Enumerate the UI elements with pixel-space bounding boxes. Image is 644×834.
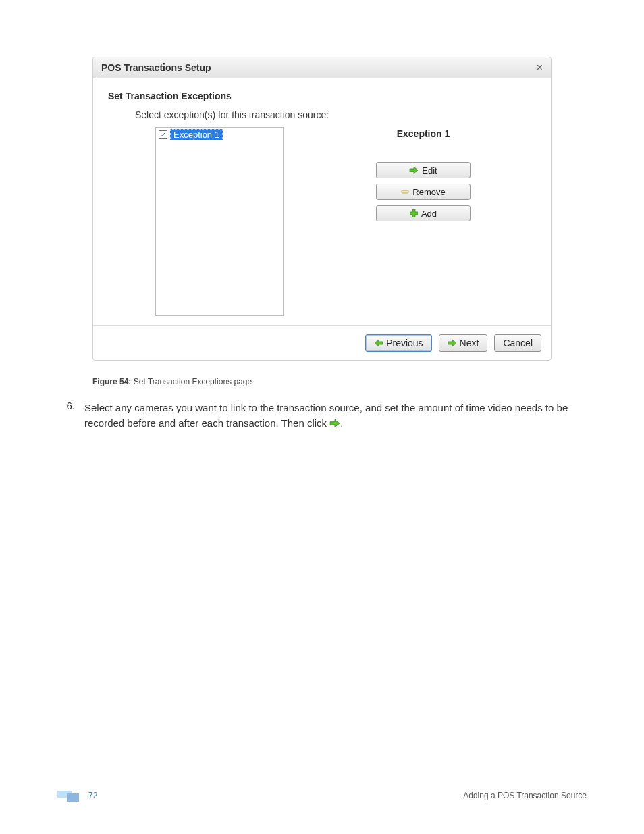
add-button-label: Add: [421, 209, 437, 219]
remove-icon: [401, 188, 409, 195]
previous-button-label: Previous: [386, 338, 423, 348]
list-item-label: Exception 1: [170, 129, 223, 140]
figure-label: Figure 54:: [92, 377, 131, 386]
footer-section-title: Adding a POS Transaction Source: [463, 791, 587, 800]
pos-transactions-setup-dialog: POS Transactions Setup × Set Transaction…: [92, 57, 552, 361]
page-number: 72: [88, 791, 97, 800]
page-footer: 72 Adding a POS Transaction Source: [57, 789, 587, 802]
selected-exception-name: Exception 1: [311, 128, 536, 139]
next-button[interactable]: Next: [439, 334, 488, 352]
arrow-left-icon: [374, 339, 383, 347]
step-number: 6.: [57, 400, 75, 432]
cancel-button-label: Cancel: [503, 338, 533, 348]
arrow-right-icon: [409, 166, 419, 174]
figure-text: Set Transaction Exceptions page: [134, 377, 252, 386]
dialog-footer: Previous Next Cancel: [93, 325, 551, 360]
dialog-titlebar: POS Transactions Setup ×: [93, 57, 551, 78]
cancel-button[interactable]: Cancel: [494, 334, 541, 352]
checkbox-icon[interactable]: ✓: [159, 130, 167, 139]
plus-icon: [410, 209, 418, 217]
remove-button-label: Remove: [412, 187, 445, 197]
edit-button[interactable]: Edit: [376, 162, 471, 178]
section-heading: Set Transaction Exceptions: [108, 90, 536, 101]
svg-rect-0: [402, 190, 408, 193]
add-button[interactable]: Add: [376, 205, 471, 221]
arrow-right-icon: [329, 419, 340, 428]
instruction-text: Select exception(s) for this transaction…: [135, 109, 536, 120]
step-text-a: Select any cameras you want to link to t…: [84, 402, 568, 429]
step-item: 6. Select any cameras you want to link t…: [57, 400, 587, 432]
list-item[interactable]: ✓ Exception 1: [156, 128, 283, 142]
arrow-right-icon: [448, 339, 457, 347]
footer-logo-icon: [57, 789, 83, 802]
dialog-title: POS Transactions Setup: [101, 62, 211, 73]
remove-button[interactable]: Remove: [376, 184, 471, 200]
exceptions-listbox[interactable]: ✓ Exception 1: [155, 127, 284, 316]
step-text-b: .: [340, 417, 343, 429]
previous-button[interactable]: Previous: [365, 334, 431, 352]
details-pane: Exception 1 Edit Remove: [311, 127, 536, 316]
figure-caption: Figure 54: Set Transaction Exceptions pa…: [92, 377, 587, 386]
close-icon[interactable]: ×: [537, 61, 543, 74]
edit-button-label: Edit: [422, 165, 437, 176]
next-button-label: Next: [460, 338, 479, 348]
step-body: Select any cameras you want to link to t…: [84, 400, 587, 432]
